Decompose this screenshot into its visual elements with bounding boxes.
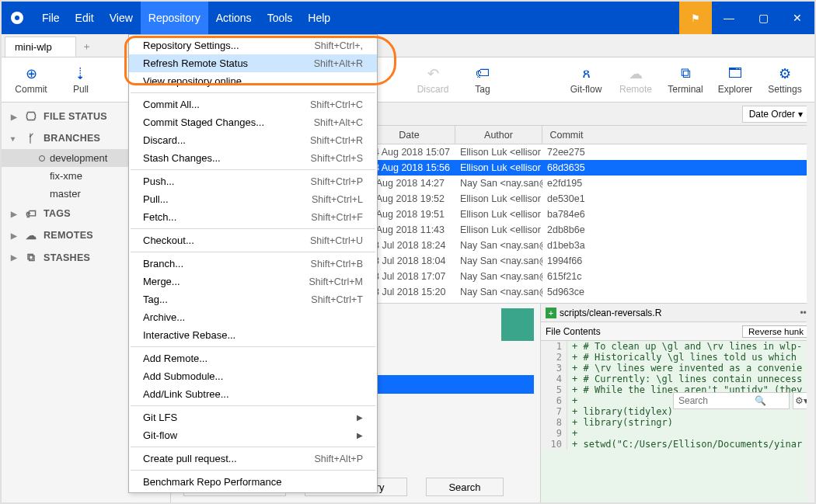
menu-item[interactable]: Branch...Shift+Ctrl+B (129, 255, 377, 273)
menu-item[interactable]: Commit Staged Changes...Shift+Alt+C (129, 113, 377, 131)
branch-icon: ᚶ (25, 132, 37, 144)
menu-item[interactable]: Repository Settings...Shift+Ctrl+, (129, 36, 377, 54)
pull-button[interactable]: ⭭Pull (62, 65, 99, 95)
tag-icon: 🏷 (474, 65, 491, 82)
menu-repository[interactable]: Repository (141, 2, 208, 34)
explorer-icon: 🗔 (727, 65, 744, 82)
menu-item[interactable]: Discard...Shift+Ctrl+R (129, 131, 377, 149)
menu-view[interactable]: View (102, 2, 141, 34)
menu-item[interactable]: Checkout...Shift+Ctrl+U (129, 231, 377, 249)
menu-edit[interactable]: Edit (68, 2, 102, 34)
menu-item-label: Checkout... (143, 235, 194, 246)
menu-item[interactable]: Merge...Shift+Ctrl+M (129, 273, 377, 290)
monitor-icon: 🖵 (25, 110, 37, 123)
menu-item[interactable]: Pull...Shift+Ctrl+L (129, 190, 377, 208)
menu-item-label: Add Remote... (143, 353, 207, 364)
menu-item-label: Add Submodule... (143, 370, 223, 382)
minimize-button[interactable]: — (712, 2, 746, 34)
terminal-button[interactable]: ⧉Terminal (667, 65, 704, 95)
repo-tab[interactable]: mini-wlp (5, 36, 76, 57)
menu-item[interactable]: View repository online (129, 72, 377, 90)
tab-add-button[interactable]: ＋ (76, 36, 98, 57)
menu-tools[interactable]: Tools (260, 2, 301, 34)
title-bar: File Edit View Repository Actions Tools … (2, 2, 814, 34)
remote-label: Remote (619, 84, 652, 95)
menu-item-label: View repository online (143, 75, 242, 87)
file-path: scripts/clean-reversals.R (560, 308, 661, 318)
sidebar-stashes-label: STASHES (44, 252, 90, 263)
menu-item-label: Tag... (143, 294, 168, 305)
menu-item[interactable]: Interactive Rebase... (129, 326, 377, 344)
menu-item-shortcut: Shift+Alt+P (314, 454, 363, 464)
scrollbar[interactable] (807, 103, 814, 502)
menu-item[interactable]: Create pull request...Shift+Alt+P (129, 450, 377, 468)
settings-label: Settings (768, 84, 801, 95)
close-button[interactable]: ✕ (780, 2, 814, 34)
discard-button[interactable]: ↶Discard (414, 65, 452, 95)
menu-item-label: Repository Settings... (143, 40, 239, 51)
menu-item[interactable]: Commit All...Shift+Ctrl+C (129, 96, 377, 113)
date-order-dropdown[interactable]: Date Order▾ (742, 106, 810, 123)
app-logo-icon (11, 12, 23, 24)
gitflow-icon: ጸ (577, 65, 595, 82)
menu-item[interactable]: Add Remote... (129, 349, 377, 367)
menu-item[interactable]: Push...Shift+Ctrl+P (129, 172, 377, 190)
submenu-arrow-icon: ▶ (357, 413, 363, 422)
col-commit[interactable]: Commit (542, 126, 591, 144)
settings-button[interactable]: ⚙Settings (766, 65, 804, 95)
main-toolbar: ⊕Commit ⭭Pull ↶Discard 🏷Tag ጸGit-flow ☁R… (2, 57, 814, 103)
menu-item[interactable]: Add Submodule... (129, 367, 377, 385)
maximize-button[interactable]: ▢ (746, 2, 780, 34)
tag-icon: 🏷 (25, 207, 37, 220)
search-icon: 🔍 (755, 395, 766, 406)
remote-button[interactable]: ☁Remote (617, 65, 654, 95)
sidebar-file-status-label: FILE STATUS (44, 111, 107, 122)
menu-item[interactable]: Benchmark Repo Performance (129, 473, 377, 491)
sidebar-remotes-label: REMOTES (44, 230, 93, 241)
menu-item[interactable]: Refresh Remote StatusShift+Alt+R (129, 54, 377, 72)
discard-icon: ↶ (424, 65, 441, 82)
flag-icon: ⚑ (691, 12, 700, 24)
explorer-button[interactable]: 🗔Explorer (717, 65, 754, 95)
col-author[interactable]: Author (455, 126, 542, 144)
diff-code-view[interactable]: 1# To clean up \gl and \rv lines in wlp-… (541, 341, 814, 502)
search-view-button[interactable]: Search (426, 478, 504, 496)
tag-button[interactable]: 🏷Tag (464, 65, 501, 95)
gitflow-label: Git-flow (570, 84, 602, 95)
explorer-label: Explorer (718, 84, 753, 95)
sidebar-branches-label: BRANCHES (44, 133, 100, 144)
menu-item-label: Add/Link Subtree... (143, 388, 229, 400)
menu-item-shortcut: Shift+Ctrl+F (311, 212, 363, 223)
menu-item-shortcut: Shift+Ctrl+S (311, 153, 363, 164)
menu-item[interactable]: Git LFS▶ (129, 408, 377, 426)
menu-help[interactable]: Help (300, 2, 338, 34)
search-input[interactable] (673, 392, 790, 409)
menu-file[interactable]: File (34, 2, 68, 34)
menu-item-label: Push... (143, 176, 174, 187)
menu-item[interactable]: Git-flow▶ (129, 426, 377, 444)
menu-item[interactable]: Archive... (129, 308, 377, 326)
sidebar-branch-label: development (50, 152, 107, 164)
file-contents-label: File Contents (546, 326, 601, 337)
menu-item[interactable]: Fetch...Shift+Ctrl+F (129, 208, 377, 226)
author-avatar (501, 308, 534, 341)
menu-item-shortcut: Shift+Ctrl+C (310, 99, 363, 110)
gear-icon: ⚙ (795, 395, 804, 406)
menu-item-label: Create pull request... (143, 453, 237, 464)
menu-item-label: Stash Changes... (143, 152, 221, 164)
menu-item-shortcut: Shift+Ctrl+U (310, 235, 363, 246)
menu-item-label: Fetch... (143, 211, 176, 223)
menu-item[interactable]: Tag...Shift+Ctrl+T (129, 290, 377, 308)
gitflow-button[interactable]: ጸGit-flow (567, 65, 605, 95)
menu-item[interactable]: Stash Changes...Shift+Ctrl+S (129, 149, 377, 167)
menu-item-label: Commit All... (143, 99, 200, 110)
submenu-arrow-icon: ▶ (357, 431, 363, 440)
menu-item-label: Git-flow (143, 429, 177, 441)
menu-item-shortcut: Shift+Ctrl+, (314, 40, 363, 51)
reverse-hunk-button[interactable]: Reverse hunk (742, 325, 810, 338)
discard-label: Discard (417, 84, 449, 95)
menu-item[interactable]: Add/Link Subtree... (129, 385, 377, 403)
flag-button[interactable]: ⚑ (679, 2, 712, 34)
commit-button[interactable]: ⊕Commit (12, 65, 50, 95)
menu-actions[interactable]: Actions (208, 2, 260, 34)
